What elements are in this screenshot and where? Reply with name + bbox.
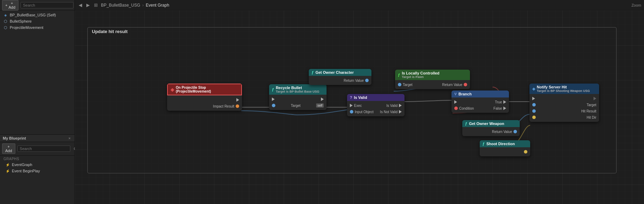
node-is-locally-controlled[interactable]: ƒ Is Locally Controlled Target is Pawn T… <box>395 70 470 89</box>
panel-search-input[interactable] <box>17 146 70 152</box>
node-on-projectile-stop[interactable]: ◈ On Projectile Stop (ProjectileMovement… <box>167 84 242 111</box>
impact-result-label: Impact Result <box>213 104 234 108</box>
false-label: False <box>494 107 502 110</box>
node-title: Get Owner Weapon <box>469 121 504 126</box>
node-subtitle: Target is BP Bullet Base USG <box>276 90 319 93</box>
node-header-is-locally-controlled: ƒ Is Locally Controlled Target is Pawn <box>395 70 470 80</box>
function-icon: ƒ <box>312 70 314 74</box>
node-row-input: Input Object Is Not Valid <box>347 109 405 115</box>
node-get-owner-weapon[interactable]: ƒ Get Owner Weapon Return Value <box>462 120 520 136</box>
toolbar-back-button[interactable]: ◀ <box>78 2 83 8</box>
search-input[interactable] <box>21 2 73 8</box>
node-header-notify-server-hit: ◈ Notify Server Hit Target is BP Shootin… <box>529 84 599 94</box>
sidebar-items: ◈ BP_BulletBase_USG (Self) ⬡ BulletSpher… <box>0 10 74 134</box>
node-row-exec: Exec Is Valid <box>347 102 405 109</box>
node-subtitle: Target is Pawn <box>402 75 439 79</box>
condition-pin <box>454 107 458 110</box>
node-body-shoot-direction <box>480 147 530 156</box>
panel-add-label: + Add <box>5 144 12 153</box>
sidebar-top-bar: + + Add <box>0 0 74 10</box>
event-icon: ◈ <box>171 87 174 92</box>
canvas[interactable]: Update hit result ◈ On Projectile Stop (… <box>75 10 644 204</box>
exec-in-pin <box>532 97 535 100</box>
target-label: Target <box>587 103 596 107</box>
node-header-recycle-bullet: ƒ Recycle Bullet Target is BP Bullet Bas… <box>269 84 327 95</box>
is-valid-pin <box>399 104 402 107</box>
panel-close-button[interactable]: × <box>68 136 72 140</box>
node-title: Branch <box>458 92 472 96</box>
node-body-on-projectile-stop: Impact Result <box>167 95 242 111</box>
node-is-valid[interactable]: ? Is Valid Exec Is Valid Input Object Is… <box>347 94 405 116</box>
breadcrumb-bp[interactable]: BP_BulletBase_USG <box>101 3 140 8</box>
sidebar-item-label: BulletSphere <box>10 19 32 23</box>
node-body-recycle-bullet: Target self <box>269 95 327 110</box>
panel-add-button[interactable]: + Add <box>2 143 15 154</box>
is-not-valid-pin <box>399 110 402 113</box>
function-icon: ƒ <box>398 73 400 77</box>
return-pin <box>464 83 467 86</box>
toolbar-grid-button[interactable]: ⊞ <box>93 2 99 8</box>
node-row-hit-dir: Hit Dir <box>529 114 599 120</box>
graph-item-beginplay[interactable]: ⚡ Event BeginPlay <box>0 168 74 174</box>
event-label: Event BeginPlay <box>12 169 40 173</box>
input-label: Input Object <box>355 110 374 114</box>
node-title: Recycle Bullet <box>276 86 319 90</box>
breadcrumb-current: Event Graph <box>146 3 169 8</box>
node-body-notify-server-hit: Target Hit Result Hit Dir <box>529 94 599 122</box>
node-row-impact: Impact Result <box>167 103 242 109</box>
target-pin <box>398 83 401 86</box>
hit-result-pin <box>532 109 536 113</box>
sidebar-item-bp-self[interactable]: ◈ BP_BulletBase_USG (Self) <box>0 12 74 18</box>
function-icon: ƒ <box>465 121 467 126</box>
exec-label: Exec <box>354 104 362 108</box>
node-branch[interactable]: ⑂ Branch True Condition False <box>451 91 509 113</box>
impact-result-pin <box>236 104 239 108</box>
exec-out-pin <box>236 98 239 102</box>
node-get-owner-character[interactable]: ƒ Get Owner Character Return Value <box>309 69 371 85</box>
node-row-return: Return Value <box>309 77 371 84</box>
sidebar-item-bullet-sphere[interactable]: ⬡ BulletSphere <box>0 18 74 24</box>
return-label: Return Value <box>442 83 462 87</box>
node-row-target: Target <box>529 102 599 108</box>
node-row-hit-result: Hit Result <box>529 108 599 114</box>
hit-dir-label: Hit Dir <box>587 116 596 119</box>
true-label: True <box>495 100 502 104</box>
node-row-return <box>480 149 530 155</box>
graph-item-eventgraph[interactable]: ⚡ EventGraph <box>0 162 74 168</box>
node-notify-server-hit[interactable]: ◈ Notify Server Hit Target is BP Shootin… <box>529 84 599 122</box>
exec-in-pin <box>272 97 275 101</box>
sidebar-item-label: BP_BulletBase_USG (Self) <box>10 13 56 17</box>
plus-icon: + <box>5 3 7 7</box>
node-body-get-owner-character: Return Value <box>309 76 371 85</box>
target-label: Target <box>291 104 301 108</box>
node-body-branch: True Condition False <box>451 97 509 113</box>
node-header-on-projectile-stop: ◈ On Projectile Stop (ProjectileMovement… <box>167 84 242 95</box>
node-shoot-direction[interactable]: ƒ Shoot Direction <box>480 140 530 156</box>
toolbar-forward-button[interactable]: ▶ <box>85 2 91 8</box>
node-header-is-valid: ? Is Valid <box>347 94 405 101</box>
node-row-return: Return Value <box>462 128 520 135</box>
node-recycle-bullet[interactable]: ƒ Recycle Bullet Target is BP Bullet Bas… <box>269 84 327 110</box>
graph-icon: ⚡ <box>6 163 10 167</box>
bottom-panel: My Blueprint × + Add ⚙ GRAPHS ⚡ EventGra… <box>0 134 74 204</box>
graphs-section-label: GRAPHS <box>0 156 74 162</box>
exec-in-pin <box>350 104 353 107</box>
panel-controls: × <box>68 136 72 140</box>
panel-search-row: + Add ⚙ <box>0 142 74 156</box>
sphere-icon: ⬡ <box>3 19 8 23</box>
node-title: Is Valid <box>354 95 367 100</box>
node-title: Is Locally Controlled <box>402 71 439 75</box>
return-pin <box>365 79 369 82</box>
sidebar-item-projectile-movement[interactable]: ⬡ ProjectileMovement <box>0 24 74 31</box>
target-label: Target <box>403 83 413 87</box>
add-button[interactable]: + + Add <box>2 0 18 10</box>
breadcrumb-separator: › <box>142 3 144 8</box>
valid-icon: ? <box>350 95 352 100</box>
panel-title: My Blueprint <box>3 136 26 140</box>
main-area: ◀ ▶ ⊞ BP_BulletBase_USG › Event Graph Zo… <box>75 0 644 204</box>
return-pin <box>524 150 527 154</box>
node-header-branch: ⑂ Branch <box>451 91 509 97</box>
breadcrumb: BP_BulletBase_USG › Event Graph <box>101 3 169 8</box>
is-valid-label: Is Valid <box>386 104 398 108</box>
comment-title: Update hit result <box>92 29 128 34</box>
